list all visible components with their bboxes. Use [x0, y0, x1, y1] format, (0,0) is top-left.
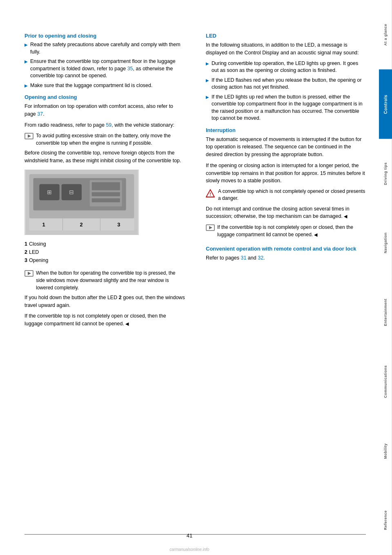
note-text-3: When the button for operating the conver…	[36, 269, 185, 291]
sidebar-tab-communications[interactable]: Communications	[379, 347, 392, 416]
bullet-arrow-icon: ▶	[24, 59, 28, 65]
list-item-3: 3Opening	[24, 256, 185, 264]
sidebar-tab-entertainment[interactable]: Entertainment	[379, 278, 392, 347]
end-mark-3: ◀	[313, 232, 317, 237]
bullet-text: Ensure that the convertible top compartm…	[30, 58, 185, 80]
page-ref-37[interactable]: 37	[37, 111, 43, 117]
right-column: LED In the following situations, in addi…	[202, 33, 367, 331]
list-item-1: 1Closing	[24, 240, 185, 248]
bullet-arrow-icon: ▶	[206, 94, 209, 100]
note-box-4: If the convertible top is not completely…	[206, 224, 367, 238]
page-number: 41	[187, 533, 192, 539]
convenient-para1: Refer to pages 31 and 32.	[206, 254, 367, 262]
dashboard-image: ⊞ ⊟ 1 2	[24, 170, 139, 235]
svg-marker-1	[28, 134, 31, 138]
svg-marker-20	[28, 272, 31, 275]
svg-text:!: !	[209, 192, 211, 197]
bullet-item: ▶ Make sure that the luggage compartment…	[24, 82, 185, 90]
section-interruption-title: Interruption	[206, 127, 367, 133]
opening-para3: If you hold down the button after the LE…	[24, 294, 185, 309]
led-bullet-text-1: During convertible top operation, the LE…	[212, 60, 367, 74]
bullet-arrow-icon: ▶	[206, 78, 209, 83]
end-mark-1: ◀	[124, 321, 129, 326]
bullet-item: ▶ Read the safety precautions above care…	[24, 41, 185, 56]
numbered-list: 1Closing 2LED 3Opening	[24, 240, 185, 264]
note-icon-1	[24, 133, 33, 139]
note-text-1: To avoid putting excessive strain on the…	[36, 132, 185, 147]
opening-para1: For information on top operation with co…	[24, 103, 185, 118]
item-num-3: 3	[24, 257, 27, 263]
svg-text:3: 3	[117, 222, 120, 228]
page-ref-35[interactable]: 35	[127, 66, 133, 72]
led-bullet-3: ▶ If the LED lights up red when the butt…	[206, 94, 367, 122]
bullet-text: Read the safety precautions above carefu…	[30, 41, 185, 56]
svg-rect-11	[92, 192, 120, 196]
sidebar-tab-controls[interactable]: Controls	[379, 69, 392, 139]
svg-text:⊟: ⊟	[69, 189, 74, 195]
opening-para4: If the convertible top is not completely…	[24, 312, 185, 328]
sidebar-tab-at-a-glance[interactable]: At a glance	[379, 0, 392, 69]
page-divider	[24, 534, 366, 535]
sidebar: At a glance Controls Driving tips Naviga…	[379, 0, 392, 555]
led-para1: In the following situations, in addition…	[206, 41, 367, 57]
note-box-3: When the button for operating the conver…	[24, 269, 185, 291]
left-column: Prior to opening and closing ▶ Read the …	[24, 33, 189, 331]
section-convenient: Convenient operation with remote control…	[206, 246, 367, 262]
section-opening: Opening and closing For information on t…	[24, 94, 185, 328]
sidebar-tab-driving-tips[interactable]: Driving tips	[379, 139, 392, 208]
note-box-1: To avoid putting excessive strain on the…	[24, 132, 185, 147]
section-interruption: Interruption The automatic sequence of m…	[206, 127, 367, 239]
section-opening-title: Opening and closing	[24, 94, 185, 100]
page-ref-32[interactable]: 32	[258, 255, 263, 261]
bullet-arrow-icon: ▶	[24, 42, 28, 48]
bullet-arrow-icon: ▶	[24, 83, 28, 89]
interruption-para1: The automatic sequence of movements is i…	[206, 136, 367, 159]
svg-text:⊞: ⊞	[47, 189, 52, 195]
section-prior: Prior to opening and closing ▶ Read the …	[24, 33, 185, 89]
section-prior-title: Prior to opening and closing	[24, 33, 185, 39]
interruption-warning2: Do not interrupt and continue the closin…	[206, 205, 367, 221]
sidebar-tab-reference[interactable]: Reference	[379, 486, 392, 555]
warning-box-1: ! A convertible top which is not complet…	[206, 188, 367, 202]
note-icon-3	[24, 270, 33, 277]
opening-para2: From radio readiness, refer to page 59, …	[24, 121, 185, 129]
sidebar-tab-navigation[interactable]: Navigation	[379, 208, 392, 278]
svg-text:1: 1	[42, 222, 45, 228]
list-item-2: 2LED	[24, 248, 185, 256]
led-bullet-2: ▶ If the LED flashes red when you releas…	[206, 77, 367, 91]
note-icon-4	[206, 224, 215, 231]
watermark: carmanualsonline.info	[0, 547, 379, 552]
warning-text-1: A convertible top which is not completel…	[218, 188, 367, 202]
end-mark-2: ◀	[343, 214, 347, 219]
section-led-title: LED	[206, 33, 367, 39]
bullet-text: Make sure that the luggage compartment l…	[30, 82, 152, 90]
item-num-1: 1	[24, 241, 27, 247]
section-led: LED In the following situations, in addi…	[206, 33, 367, 122]
warning-icon-1: !	[206, 189, 215, 198]
section-convenient-title: Convenient operation with remote control…	[206, 246, 367, 252]
page-ref-59[interactable]: 59	[106, 122, 111, 128]
led-bullet-1: ▶ During convertible top operation, the …	[206, 60, 367, 74]
sidebar-tab-mobility[interactable]: Mobility	[379, 416, 392, 486]
led-bullet-text-3: If the LED lights up red when the button…	[212, 94, 367, 122]
svg-marker-24	[209, 226, 212, 229]
bullet-arrow-icon: ▶	[206, 61, 209, 67]
note-text-4: If the convertible top is not completely…	[217, 224, 367, 238]
svg-text:2: 2	[80, 222, 82, 228]
page-ref-31[interactable]: 31	[241, 255, 246, 261]
opening-note2: Before closing the convertible top, remo…	[24, 149, 185, 165]
interruption-para2: If the opening or closing action is inte…	[206, 162, 367, 185]
item-num-2: 2	[24, 249, 27, 255]
svg-rect-10	[92, 182, 120, 190]
svg-rect-12	[92, 198, 120, 202]
dash-svg: ⊞ ⊟ 1 2	[25, 170, 138, 235]
led-bullet-text-2: If the LED flashes red when you release …	[212, 77, 367, 91]
led-bullets: ▶ During convertible top operation, the …	[206, 60, 367, 122]
prior-bullets: ▶ Read the safety precautions above care…	[24, 41, 185, 89]
bullet-item: ▶ Ensure that the convertible top compar…	[24, 58, 185, 80]
